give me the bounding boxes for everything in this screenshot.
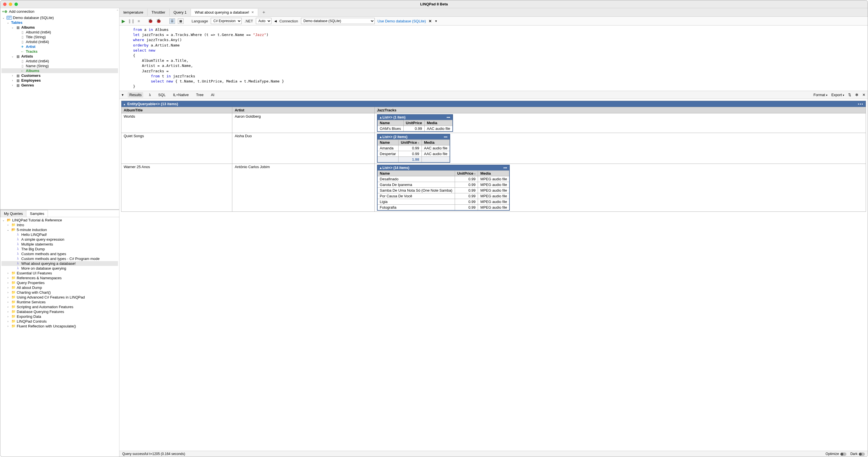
expander-icon[interactable]: ⌄	[1, 219, 5, 222]
column-header[interactable]: Artist	[232, 107, 374, 113]
add-connection-link[interactable]: +⊕ Add connection	[0, 8, 119, 15]
sample-item[interactable]: λMultiple statements	[1, 242, 118, 247]
expander-icon[interactable]: ›	[6, 315, 10, 318]
expander-icon[interactable]: ›	[6, 310, 10, 313]
expander-icon[interactable]: ›	[6, 300, 10, 304]
sample-item[interactable]: λCustom methods and types	[1, 252, 118, 256]
nested-header[interactable]: ▴ List<> (14 items)•••	[377, 165, 510, 171]
result-header[interactable]: ▴ EntityQueryable<> (13 items) •••	[121, 101, 866, 107]
layout-grid-button[interactable]: ▦	[178, 19, 184, 24]
results-tab-tree[interactable]: Tree	[194, 92, 205, 98]
samples-folder[interactable]: ›📁All about Dump	[1, 285, 118, 290]
new-tab-button[interactable]: ＋	[258, 8, 270, 17]
nested-column-header[interactable]: Name	[377, 171, 455, 176]
optimize-toggle[interactable]: Optimize	[826, 452, 846, 456]
samples-folder-5min[interactable]: ⌄ 📂 5-minute induction	[1, 227, 118, 232]
column-node[interactable]: ▯ ArtistId (Int64)	[1, 59, 118, 64]
samples-folder[interactable]: ›📁Scripting and Automation Features	[1, 304, 118, 309]
samples-root[interactable]: ⌄ 📂 LINQPad Tutorial & Reference	[1, 218, 118, 223]
expander-icon[interactable]: ›	[10, 74, 14, 77]
expander-icon[interactable]: ›	[6, 296, 10, 299]
column-header[interactable]: AlbumTitle	[121, 107, 232, 113]
query-tab-active[interactable]: What about querying a database! ✕	[191, 9, 258, 16]
debug-button[interactable]: 🐞	[148, 19, 153, 24]
debug-step-button[interactable]: 🐞	[156, 19, 161, 24]
results-tab-sql[interactable]: SQL	[157, 92, 167, 98]
column-node[interactable]: ▯ ArtistId (Int64)	[1, 39, 118, 44]
query-tab[interactable]: temperature	[119, 9, 148, 16]
window-minimize-button[interactable]	[9, 3, 12, 6]
column-node[interactable]: ▯ Name (String)	[1, 64, 118, 68]
samples-folder[interactable]: ›📁Database Querying Features	[1, 309, 118, 314]
nested-column-header[interactable]: UnitPrice ≡	[455, 171, 478, 176]
tab-my-queries[interactable]: My Queries	[0, 210, 26, 217]
expander-icon[interactable]: ›	[10, 84, 14, 87]
table-node[interactable]: › ▦ Genres	[1, 83, 118, 88]
table-node-albums[interactable]: ⌄ ▦ Albums	[1, 25, 118, 30]
nested-column-header[interactable]: Media	[478, 171, 509, 176]
more-icon[interactable]: •••	[858, 102, 864, 106]
results-collapse-icon[interactable]: ▾	[122, 93, 124, 97]
samples-folder[interactable]: › 📁 Intro	[1, 223, 118, 227]
clear-connection-icon[interactable]: ✕	[429, 19, 432, 23]
dotnet-select[interactable]: Auto	[256, 18, 272, 24]
query-tab[interactable]: Throttler	[148, 9, 169, 16]
connection-menu-icon[interactable]: ▼	[435, 20, 437, 23]
expander-icon[interactable]: ›	[6, 281, 10, 284]
samples-folder[interactable]: ›📁Query Properties	[1, 281, 118, 285]
results-tab-results[interactable]: Results	[128, 92, 143, 98]
sample-item[interactable]: λThe Big Dump	[1, 247, 118, 252]
query-tab[interactable]: Query 1	[169, 9, 191, 16]
refresh-icon[interactable]: ✻	[855, 93, 858, 97]
nested-column-header[interactable]: Name	[377, 140, 399, 145]
dark-toggle[interactable]: Dark	[850, 452, 865, 456]
close-results-icon[interactable]: ✕	[862, 93, 865, 97]
code-editor[interactable]: from a in Albums let jazzTracks = a.Trac…	[119, 26, 868, 91]
expander-icon[interactable]: ›	[10, 79, 14, 82]
window-close-button[interactable]	[3, 3, 6, 6]
nav-node-artist[interactable]: ✈ Artist	[1, 44, 118, 49]
more-icon[interactable]: •••	[444, 135, 447, 139]
close-tab-icon[interactable]: ✕	[251, 10, 254, 14]
more-icon[interactable]: •••	[503, 166, 507, 170]
expander-icon[interactable]: ›	[6, 223, 10, 227]
expander-icon[interactable]: ›	[6, 291, 10, 294]
connection-select[interactable]: Demo database (SQLite)	[301, 18, 375, 24]
nested-column-header[interactable]: Name	[377, 120, 403, 126]
nested-header[interactable]: ▴ List<> (1 item)•••	[377, 115, 453, 120]
expander-icon[interactable]: ›	[6, 271, 10, 275]
sample-item[interactable]: λHello LINQPad!	[1, 232, 118, 237]
table-node[interactable]: › ▦ Customers	[1, 73, 118, 78]
nested-column-header[interactable]: Media	[422, 140, 450, 145]
samples-folder[interactable]: ›📁Using Advanced C# Features in LINQPad	[1, 295, 118, 300]
samples-folder[interactable]: ›📁Exporting Data	[1, 314, 118, 319]
language-select[interactable]: C# Expression	[211, 18, 242, 24]
format-menu[interactable]: Format	[813, 93, 828, 97]
nested-header[interactable]: ▴ List<> (2 items)•••	[377, 134, 450, 140]
samples-folder[interactable]: ›📁Essential UI Features	[1, 271, 118, 275]
stop-button[interactable]: ■	[137, 19, 140, 23]
run-button[interactable]: ▶	[122, 19, 125, 24]
expander-icon[interactable]: ⌄	[6, 21, 10, 24]
samples-folder[interactable]: ›📁References & Namespaces	[1, 275, 118, 281]
expander-icon[interactable]: ⌄	[6, 228, 10, 231]
sample-item[interactable]: λMore on database querying	[1, 266, 118, 271]
sample-item[interactable]: λWhat about querying a database!	[1, 261, 118, 266]
pause-button[interactable]: ❚❚	[128, 19, 135, 23]
expander-icon[interactable]: ›	[6, 320, 10, 323]
column-header[interactable]: JazzTracks	[374, 107, 866, 113]
nested-column-header[interactable]: Media	[424, 120, 453, 126]
column-node[interactable]: ▯ AlbumId (Int64)	[1, 30, 118, 35]
expander-icon[interactable]: ›	[6, 305, 10, 308]
samples-folder[interactable]: ›📁Runtime Services	[1, 300, 118, 304]
table-node[interactable]: › ▦ Employees	[1, 78, 118, 83]
nav-node-albums[interactable]: ← Albums	[1, 68, 118, 73]
expander-icon[interactable]: ⌄	[10, 26, 14, 29]
table-node-artists[interactable]: ⌄ ▦ Artists	[1, 54, 118, 59]
expander-icon[interactable]: ›	[6, 325, 10, 328]
more-icon[interactable]: •••	[446, 116, 450, 119]
expander-icon[interactable]: ›	[6, 286, 10, 289]
use-demo-link[interactable]: Use Demo database (SQLite)	[377, 19, 426, 23]
nav-node-tracks[interactable]: ← Tracks	[1, 49, 118, 54]
samples-folder[interactable]: ›📁LINQPad Controls	[1, 319, 118, 324]
